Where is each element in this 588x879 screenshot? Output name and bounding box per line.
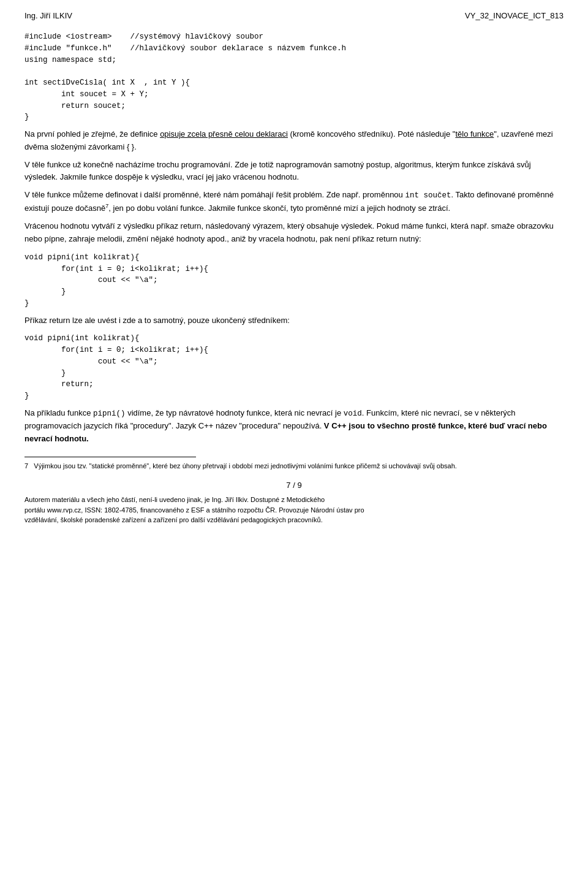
code-inline-pipni: pipni()	[93, 409, 126, 418]
header: Ing. Jiří ILKIV VY_32_INOVACE_ICT_813	[24, 11, 564, 20]
end-paragraphs: Na příkladu funkce pipni() vidíme, že ty…	[24, 407, 564, 446]
code-block-3: void pipni(int kolikrat){ for(int i = 0;…	[24, 333, 564, 402]
underline-deklaraci: opisuje zcela přesně celou deklaraci	[160, 129, 288, 139]
underline-telo: tělo funkce	[455, 129, 494, 139]
header-right: VY_32_INOVACE_ICT_813	[465, 11, 564, 20]
page: Ing. Jiří ILKIV VY_32_INOVACE_ICT_813 #i…	[0, 0, 588, 879]
code-block-2: void pipni(int kolikrat){ for(int i = 0;…	[24, 252, 564, 310]
code-block-1: #include <iostream> //systémový hlavičko…	[24, 31, 564, 123]
footer-line-1: Autorem materiálu a všech jeho částí, ne…	[24, 496, 325, 503]
paragraph-1: Na první pohled je zřejmé, že definice o…	[24, 128, 564, 154]
bold-text: V C++ jsou to všechno prostě funkce, kte…	[24, 421, 547, 443]
code-inline-int: int součet	[405, 191, 451, 200]
footnote-divider	[24, 457, 196, 457]
paragraph-2: V těle funkce už konečně nacházíme troch…	[24, 159, 564, 185]
footer-line-2: portálu www.rvp.cz, ISSN: 1802-4785, fin…	[24, 506, 364, 514]
footer-page-number: 7 / 9	[24, 481, 564, 490]
footer-line-3: vzdělávání, školské poradenské zařízení …	[24, 516, 323, 523]
paragraph-between: Příkaz return lze ale uvést i zde a to s…	[24, 314, 564, 327]
paragraph-between-text: Příkaz return lze ale uvést i zde a to s…	[24, 314, 564, 327]
header-left: Ing. Jiří ILKIV	[24, 11, 72, 20]
footnote: 7 Výjimkou jsou tzv. "statické proměnné"…	[24, 461, 564, 471]
section-paragraphs: Na první pohled je zřejmé, že definice o…	[24, 128, 564, 246]
footnote-ref-7: 7	[105, 203, 108, 209]
paragraph-4: Vrácenou hodnotu vytváří z výsledku přík…	[24, 220, 564, 246]
footnote-number: 7	[24, 462, 28, 470]
code-inline-void: void	[344, 409, 362, 418]
footnote-text: Výjimkou jsou tzv. "statické proměnné", …	[34, 462, 457, 470]
footer-copyright: Autorem materiálu a všech jeho částí, ne…	[24, 495, 564, 525]
paragraph-3: V těle funkce můžeme definovat i další p…	[24, 189, 564, 215]
paragraph-end-1: Na příkladu funkce pipni() vidíme, že ty…	[24, 407, 564, 446]
